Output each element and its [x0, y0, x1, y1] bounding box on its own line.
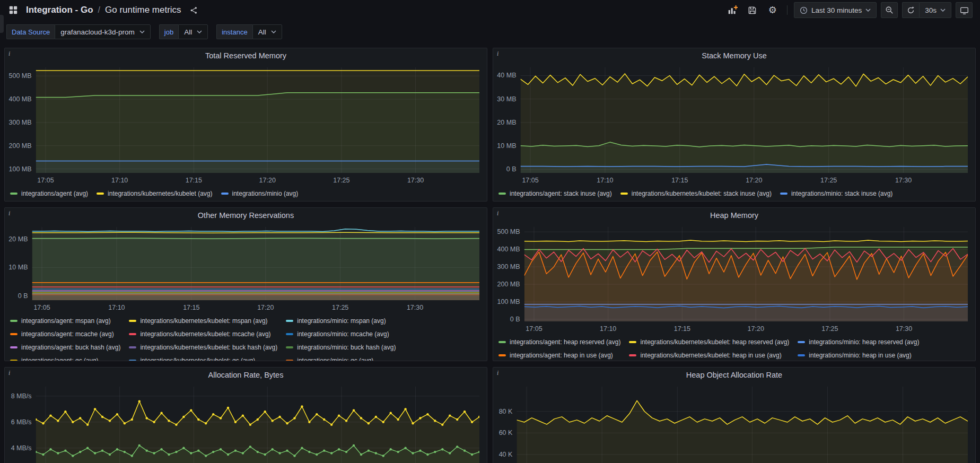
series-line [524, 240, 968, 241]
series-point [404, 447, 406, 449]
time-series-plot[interactable]: 4 MB/s6 MB/s8 MB/s [5, 382, 487, 463]
time-series-plot[interactable]: 17:0517:1017:1517:2017:2517:300 B10 MB20… [493, 63, 975, 186]
series-point [382, 421, 384, 423]
panel-title[interactable]: Stack Memory Use [702, 51, 766, 60]
series-point [101, 416, 103, 418]
time-series-plot[interactable]: 40 K60 K80 K [493, 382, 975, 463]
panel-stack-memory-use: iStack Memory Use17:0517:1017:1517:2017:… [493, 48, 976, 202]
legend-item[interactable]: integrations/agent: heap in use (avg) [498, 348, 620, 361]
series-point [397, 418, 399, 421]
series-point [86, 447, 89, 449]
legend-item[interactable]: integrations/kubernetes/kubelet: gc (avg… [129, 354, 277, 361]
legend-label: integrations/minio: mcache (avg) [297, 330, 389, 338]
series-point [308, 451, 310, 453]
refresh-interval-picker[interactable]: 30s [919, 2, 951, 18]
legend-marker [129, 360, 136, 361]
info-icon[interactable]: i [497, 210, 498, 216]
series-point [286, 422, 288, 424]
time-series-plot[interactable]: 17:0517:1017:1517:2017:2517:30100 MB200 … [5, 63, 487, 186]
time-series-plot[interactable]: 17:0517:1017:1517:2017:2517:300 B10 MB20… [5, 223, 487, 313]
dashboard-settings-button[interactable]: ⚙ [765, 2, 781, 18]
legend-item[interactable]: integrations/agent: mcache (avg) [10, 327, 120, 340]
legend-item[interactable]: integrations/minio: gc (avg) [286, 354, 396, 361]
legend-item[interactable]: integrations/agent (avg) [10, 187, 88, 200]
tv-mode-button[interactable] [956, 2, 973, 18]
legend-item[interactable]: integrations/agent: heap reserved (avg) [498, 335, 620, 348]
series-point [168, 420, 170, 422]
series-point [146, 417, 148, 419]
series-point [360, 417, 362, 419]
datasource-label: Data Source [6, 24, 55, 39]
panel-header[interactable]: iHeap Memory [493, 208, 975, 223]
legend-item[interactable]: integrations/minio: heap reserved (avg) [798, 335, 919, 348]
legend-item[interactable]: integrations/agent: mspan (avg) [10, 314, 120, 327]
legend-item[interactable]: integrations/minio: buck hash (avg) [286, 340, 396, 354]
legend-marker [798, 354, 805, 356]
series-point [419, 417, 421, 419]
info-icon[interactable]: i [8, 210, 10, 216]
add-panel-button[interactable] [724, 2, 740, 18]
legend-item[interactable]: integrations/minio: mcache (avg) [286, 327, 396, 340]
panel-title[interactable]: Allocation Rate, Bytes [208, 371, 284, 379]
variable-job-value[interactable]: All [178, 24, 208, 39]
panel-title[interactable]: Heap Memory [710, 211, 758, 220]
series-line [32, 229, 480, 232]
time-series-plot[interactable]: 17:0517:1017:1517:2017:2517:300 B100 MB2… [493, 223, 975, 334]
info-icon[interactable]: i [497, 370, 498, 376]
refresh-button[interactable] [902, 2, 919, 18]
legend-item[interactable]: integrations/kubernetes/kubelet: mspan (… [129, 314, 277, 327]
refresh-icon [907, 6, 915, 14]
legend-marker [129, 333, 136, 335]
time-range-picker[interactable]: Last 30 minutes [794, 2, 877, 18]
legend-item[interactable]: integrations/kubernetes/kubelet: stack i… [620, 187, 772, 200]
legend-item[interactable]: integrations/agent: buck hash (avg) [10, 340, 120, 354]
info-icon[interactable]: i [8, 50, 10, 57]
series-point [412, 422, 414, 424]
sidebar-toggle[interactable] [0, 15, 4, 33]
panel-header[interactable]: iOther Memory Reservations [5, 208, 487, 223]
series-point [205, 422, 207, 424]
legend-item[interactable]: integrations/kubernetes/kubelet: buck ha… [129, 340, 277, 354]
legend-item[interactable]: integrations/kubernetes/kubelet: mcache … [129, 327, 277, 340]
datasource-value[interactable]: grafanacloud-k3d-prom [55, 24, 151, 39]
panel-title[interactable]: Total Reserved Memory [205, 51, 286, 60]
legend-item[interactable]: integrations/minio: heap in use (avg) [798, 348, 919, 361]
panel-header[interactable]: iHeap Object Allocation Rate [493, 368, 975, 382]
series-point [138, 400, 141, 402]
info-icon[interactable]: i [8, 370, 10, 376]
legend-label: integrations/kubernetes/kubelet: mcache … [140, 330, 270, 338]
series-point [368, 422, 370, 424]
panel-title[interactable]: Heap Object Allocation Rate [686, 371, 782, 379]
apps-grid-icon[interactable] [5, 2, 21, 18]
series-point [220, 448, 222, 450]
legend-item[interactable]: integrations/kubernetes/kubelet (avg) [97, 187, 212, 200]
info-icon[interactable]: i [497, 50, 498, 57]
variable-job: job All [159, 24, 208, 39]
panel-header[interactable]: iStack Memory Use [493, 48, 975, 63]
series-point [249, 424, 251, 426]
legend-item[interactable]: integrations/minio: mspan (avg) [286, 314, 396, 327]
legend-item[interactable]: integrations/minio (avg) [221, 187, 299, 200]
series-point [42, 453, 44, 456]
panel-title[interactable]: Other Memory Reservations [198, 211, 294, 220]
variable-instance-value[interactable]: All [252, 24, 282, 39]
panel-total-reserved-memory: iTotal Reserved Memory17:0517:1017:1517:… [4, 48, 487, 202]
legend-item[interactable]: integrations/agent: gc (avg) [10, 354, 120, 361]
panel-heap-object-allocation-rate: iHeap Object Allocation Rate40 K60 K80 K [493, 367, 976, 463]
x-axis-label: 17:10 [597, 177, 613, 184]
series-point [153, 452, 155, 454]
panel-header[interactable]: iTotal Reserved Memory [5, 48, 487, 63]
legend-item[interactable]: integrations/agent: stack inuse (avg) [498, 187, 612, 200]
dashboard-title[interactable]: Go runtime metrics [105, 5, 181, 15]
series-point [182, 416, 185, 418]
series-point [316, 413, 318, 415]
legend-item[interactable]: integrations/kubernetes/kubelet: heap re… [629, 335, 789, 348]
zoom-out-time-button[interactable] [881, 2, 898, 18]
dashboard-folder-title[interactable]: Integration - Go [26, 5, 93, 15]
x-axis-label: 17:05 [37, 177, 54, 184]
legend-item[interactable]: integrations/minio: stack inuse (avg) [780, 187, 892, 200]
legend-item[interactable]: integrations/kubernetes/kubelet: heap in… [629, 348, 789, 361]
panel-header[interactable]: iAllocation Rate, Bytes [5, 368, 487, 382]
share-icon[interactable] [186, 2, 202, 18]
save-dashboard-button[interactable] [745, 2, 760, 18]
